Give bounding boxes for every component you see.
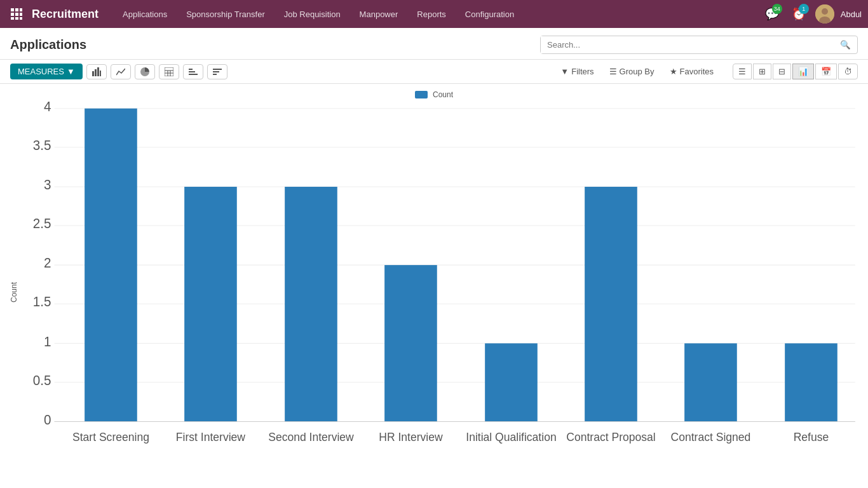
svg-rect-16	[165, 67, 173, 76]
svg-rect-25	[213, 71, 219, 72]
page: Applications 🔍 MEASURES ▼	[0, 28, 868, 488]
svg-text:0: 0	[44, 412, 51, 427]
groupby-button[interactable]: ☰ Group By	[604, 64, 660, 79]
favorites-button[interactable]: ★ Favorites	[665, 64, 719, 79]
svg-rect-24	[213, 69, 222, 70]
nav-applications[interactable]: Applications	[114, 0, 176, 28]
avatar[interactable]	[815, 4, 834, 24]
search-bar: 🔍	[540, 36, 858, 54]
svg-text:1.5: 1.5	[33, 294, 51, 309]
svg-rect-15	[100, 71, 101, 76]
messages-icon-button[interactable]: 💬 34	[762, 4, 782, 24]
chart-legend: Count	[6, 90, 862, 99]
svg-text:0.5: 0.5	[33, 372, 51, 387]
kanban-view-button[interactable]: ⊞	[753, 64, 771, 79]
nav-right: 💬 34 ⏰ 1 Abdul	[762, 4, 862, 24]
nav-reports[interactable]: Reports	[408, 0, 455, 28]
svg-rect-5	[20, 13, 22, 16]
svg-rect-22	[189, 71, 195, 72]
svg-text:Contract Signed: Contract Signed	[671, 430, 751, 443]
tasks-badge: 1	[799, 4, 809, 14]
nav-items: Applications Sponsorship Transfer Job Re…	[114, 0, 759, 28]
bar-contract-proposal	[585, 187, 637, 422]
legend-color-box	[415, 91, 428, 98]
grid-icon[interactable]	[6, 4, 27, 24]
svg-text:HR Interview: HR Interview	[379, 430, 443, 443]
svg-text:3.5: 3.5	[33, 138, 51, 152]
navbar: Recruitment Applications Sponsorship Tra…	[0, 0, 868, 28]
bar-hr-interview	[384, 265, 437, 421]
user-name[interactable]: Abdul	[841, 10, 862, 19]
bar-refuse	[785, 343, 837, 421]
bar-chart-icon-button[interactable]	[86, 64, 107, 79]
search-input[interactable]	[541, 36, 834, 53]
svg-rect-14	[97, 67, 99, 76]
svg-rect-12	[92, 71, 94, 76]
view-switcher: ☰ ⊞ ⊟ 📊 📅 ⏱	[733, 64, 858, 79]
line-chart-icon-button[interactable]	[111, 64, 131, 79]
app-brand: Recruitment	[32, 8, 98, 21]
legend-label: Count	[433, 90, 453, 99]
chart-container: 0 0.5 1 1.5 2 2.5 3 3.5 4	[22, 102, 862, 483]
svg-rect-0	[11, 8, 14, 11]
tasks-icon-button[interactable]: ⏰ 1	[789, 4, 809, 24]
svg-rect-13	[95, 69, 97, 76]
bar-second-interview	[285, 187, 337, 422]
bar-start-screening	[85, 109, 137, 422]
nav-manpower[interactable]: Manpower	[351, 0, 407, 28]
svg-rect-21	[189, 74, 198, 75]
svg-text:1: 1	[44, 334, 51, 348]
ascending-sort-icon-button[interactable]	[183, 64, 203, 79]
clock-view-button[interactable]: ⏱	[838, 64, 858, 79]
svg-text:2: 2	[44, 255, 51, 270]
measures-button[interactable]: MEASURES ▼	[10, 64, 83, 79]
bar-contract-signed	[684, 343, 737, 421]
filters-button[interactable]: ▼ Filters	[555, 64, 599, 79]
svg-point-10	[822, 8, 828, 15]
svg-text:2.5: 2.5	[33, 216, 51, 231]
svg-rect-1	[15, 8, 18, 11]
descending-sort-icon-button[interactable]	[207, 64, 227, 79]
svg-rect-7	[15, 17, 18, 20]
bar-first-interview	[184, 187, 237, 422]
svg-rect-2	[20, 8, 22, 11]
y-axis-label: Count	[7, 282, 21, 302]
page-header: Applications 🔍	[0, 28, 868, 60]
svg-text:Start Screening: Start Screening	[72, 430, 149, 443]
bar-initial-qualification	[485, 343, 538, 421]
search-button[interactable]: 🔍	[834, 36, 857, 53]
svg-rect-26	[213, 74, 217, 75]
svg-text:3: 3	[44, 177, 51, 192]
svg-text:Initial Qualification: Initial Qualification	[466, 430, 556, 443]
page-title: Applications	[10, 37, 86, 52]
svg-text:Refuse: Refuse	[794, 430, 829, 443]
svg-text:Second Interview: Second Interview	[268, 430, 354, 443]
table-icon-button[interactable]	[159, 64, 179, 79]
bar-chart-view-button[interactable]: 📊	[792, 64, 814, 79]
nav-configuration[interactable]: Configuration	[456, 0, 523, 28]
svg-text:Contract Proposal: Contract Proposal	[566, 430, 655, 443]
pie-chart-icon-button[interactable]	[135, 64, 155, 79]
svg-rect-6	[11, 17, 14, 20]
list-view-button[interactable]: ☰	[733, 64, 752, 79]
svg-rect-8	[20, 17, 22, 20]
svg-text:4: 4	[44, 102, 51, 114]
svg-rect-3	[11, 13, 14, 16]
svg-rect-23	[189, 69, 193, 70]
toolbar: MEASURES ▼	[0, 60, 868, 84]
filter-group: ▼ Filters ☰ Group By ★ Favorites	[555, 64, 719, 79]
messages-badge: 34	[772, 4, 782, 14]
svg-rect-4	[15, 13, 18, 16]
bar-chart-svg: 0 0.5 1 1.5 2 2.5 3 3.5 4	[22, 102, 862, 483]
svg-text:First Interview: First Interview	[176, 430, 245, 443]
calendar-view-button[interactable]: 📅	[815, 64, 837, 79]
nav-sponsorship-transfer[interactable]: Sponsorship Transfer	[177, 0, 274, 28]
grid-view-button[interactable]: ⊟	[773, 64, 791, 79]
nav-job-requisition[interactable]: Job Requisition	[275, 0, 349, 28]
